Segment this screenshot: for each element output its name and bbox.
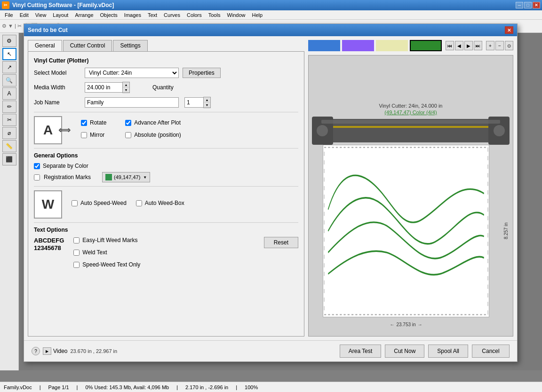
- dialog-bottom-bar: ? ▶ Video 23.670 in , 22.967 in Area Tes…: [24, 340, 517, 361]
- color-swatch-green[interactable]: [410, 40, 442, 51]
- minimize-btn[interactable]: ─: [516, 2, 523, 8]
- nav-last-btn[interactable]: ⏭: [474, 41, 482, 50]
- tool-measure[interactable]: 📏: [2, 140, 16, 152]
- nav-prev-btn[interactable]: ◀: [455, 41, 463, 50]
- rotate-checkbox[interactable]: [81, 120, 87, 126]
- auto-speed-weed-checkbox[interactable]: [72, 200, 78, 206]
- media-width-input[interactable]: [85, 82, 122, 93]
- area-test-button[interactable]: Area Test: [340, 345, 381, 358]
- status-memory: 0% Used: 145.3 Mb, Avail: 4,096 Mb: [85, 384, 169, 390]
- menu-tools[interactable]: Tools: [206, 11, 223, 19]
- media-width-spinner: ▲ ▼: [85, 82, 130, 93]
- tool-weld[interactable]: ⌀: [2, 127, 16, 139]
- help-button[interactable]: ?: [32, 347, 40, 355]
- separate-by-color-checkbox[interactable]: [34, 163, 40, 169]
- dialog-close-btn[interactable]: ✕: [505, 26, 513, 34]
- menu-images[interactable]: Images: [121, 11, 144, 19]
- menu-arrange[interactable]: Arrange: [72, 11, 96, 19]
- menu-file[interactable]: File: [2, 11, 16, 19]
- menu-window[interactable]: Window: [224, 11, 248, 19]
- mirror-checkbox[interactable]: [81, 132, 87, 138]
- zoom-out-btn[interactable]: −: [495, 41, 504, 50]
- quantity-input[interactable]: [184, 97, 203, 108]
- color-swatch: [105, 174, 112, 180]
- menu-layout[interactable]: Layout: [50, 11, 71, 19]
- tab-settings[interactable]: Settings: [113, 40, 147, 51]
- registration-marks-checkbox[interactable]: [34, 174, 40, 180]
- status-page: Page 1/1: [48, 384, 69, 390]
- separate-by-color-label: Separate by Color: [43, 163, 88, 169]
- color-swatch-blue[interactable]: [308, 40, 340, 51]
- menu-view[interactable]: View: [32, 11, 49, 19]
- speed-weed-text-only-row: Speed-Weed Text Only: [73, 261, 181, 268]
- properties-button[interactable]: Properties: [183, 68, 221, 78]
- app-icon: ✂: [2, 1, 9, 9]
- select-model-row: Select Model Vinyl Cutter: 24in Properti…: [34, 68, 298, 78]
- speed-weed-text-only-label: Speed-Weed Text Only: [82, 261, 140, 268]
- cancel-button[interactable]: Cancel: [472, 345, 510, 358]
- close-btn[interactable]: ✕: [533, 2, 540, 8]
- menu-edit[interactable]: Edit: [17, 11, 32, 19]
- letter-icon: A ⟺: [34, 116, 62, 144]
- tool-node[interactable]: ↗: [2, 61, 16, 73]
- cut-now-button[interactable]: Cut Now: [385, 345, 424, 358]
- tab-general[interactable]: General: [28, 40, 62, 51]
- media-width-label: Media Width: [34, 84, 81, 91]
- zoom-fit-btn[interactable]: ⊙: [505, 41, 513, 50]
- easy-lift-weed-marks-checkbox[interactable]: [73, 237, 80, 243]
- color-picker-btn[interactable]: (49,147,47) ▼: [102, 172, 150, 182]
- zoom-in-btn[interactable]: +: [486, 41, 494, 50]
- tool-cut[interactable]: ✂: [2, 114, 16, 126]
- rotate-label: Rotate: [90, 119, 106, 126]
- quantity-down[interactable]: ▼: [204, 102, 210, 108]
- select-model-dropdown[interactable]: Vinyl Cutter: 24in: [85, 68, 179, 78]
- advance-after-plot-checkbox[interactable]: [125, 120, 131, 126]
- maximize-btn[interactable]: □: [524, 2, 532, 8]
- menu-text[interactable]: Text: [145, 11, 160, 19]
- media-width-down[interactable]: ▼: [123, 87, 129, 93]
- weed-icon: W: [34, 190, 62, 219]
- menu-objects[interactable]: Objects: [97, 11, 120, 19]
- tool-pen[interactable]: ✏: [2, 101, 16, 113]
- auto-weed-box-row: Auto Weed-Box: [136, 200, 184, 206]
- quantity-up[interactable]: ▲: [204, 97, 210, 102]
- dialog-preview-panel: ⏮ ◀ ▶ ⏭ + − ⊙ Vinyl Cutter: 24in, 24.000…: [308, 40, 513, 337]
- menu-bar: File Edit View Layout Arrange Objects Im…: [0, 10, 542, 20]
- absolute-position-label: Absolute (position): [134, 132, 181, 138]
- menu-curves[interactable]: Curves: [161, 11, 183, 19]
- job-name-input[interactable]: [85, 97, 179, 108]
- height-dimension: 8.257 in: [503, 145, 509, 317]
- vinyl-cutter-section-title: Vinyl Cutter (Plotter): [34, 57, 298, 64]
- dialog-title-bar: Send to be Cut ✕: [24, 24, 517, 36]
- media-width-up[interactable]: ▲: [123, 82, 129, 87]
- nav-next-btn[interactable]: ▶: [464, 41, 473, 50]
- color-swatch-purple[interactable]: [342, 40, 374, 51]
- auto-weed-box-checkbox[interactable]: [136, 200, 142, 206]
- tool-select[interactable]: ⚙: [2, 35, 16, 47]
- spool-all-button[interactable]: Spool All: [428, 345, 468, 358]
- weld-text-label: Weld Text: [82, 249, 107, 256]
- select-model-label: Select Model: [34, 70, 81, 76]
- menu-help[interactable]: Help: [249, 11, 266, 19]
- tool-text[interactable]: A: [2, 87, 16, 100]
- general-options-title: General Options: [34, 152, 298, 159]
- auto-weed-box-label: Auto Weed-Box: [145, 200, 184, 206]
- status-coords: 2.170 in , -2.696 in: [185, 384, 228, 390]
- nav-first-btn[interactable]: ⏮: [446, 41, 454, 50]
- tool-group[interactable]: ⬛: [2, 153, 16, 165]
- play-icon: ▶: [43, 347, 51, 355]
- absolute-position-row: Absolute (position): [125, 132, 181, 138]
- weld-text-checkbox[interactable]: [73, 250, 80, 256]
- tool-zoom[interactable]: 🔍: [2, 74, 16, 86]
- color-swatches-row: ⏮ ◀ ▶ ⏭ + − ⊙: [308, 40, 513, 51]
- color-swatch-yellow[interactable]: [376, 40, 408, 51]
- menu-colors[interactable]: Colors: [184, 11, 205, 19]
- video-button[interactable]: ▶ Video: [43, 347, 67, 355]
- reset-button[interactable]: Reset: [264, 237, 298, 248]
- speed-weed-text-only-checkbox[interactable]: [73, 262, 80, 268]
- tab-cutter-control[interactable]: Cutter Control: [63, 40, 112, 51]
- absolute-position-checkbox[interactable]: [125, 132, 131, 138]
- tool-arrow[interactable]: ↖: [2, 48, 16, 60]
- title-controls: ─ □ ✕: [516, 2, 540, 8]
- machine-svg: [309, 114, 513, 149]
